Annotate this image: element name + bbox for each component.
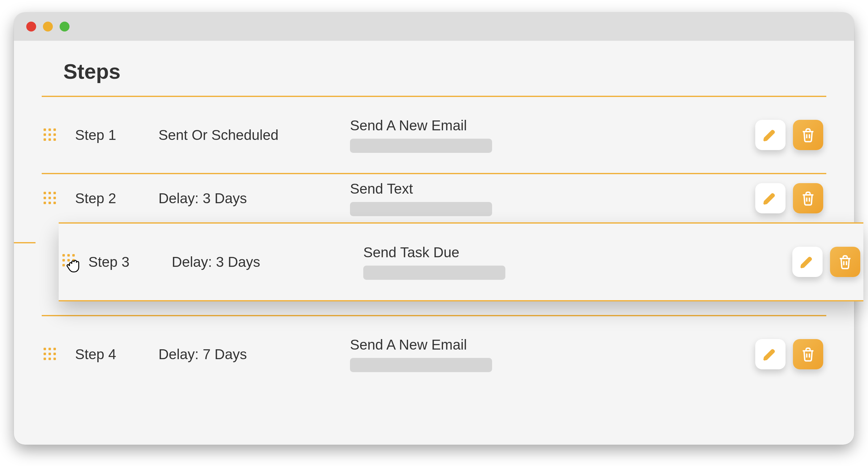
trash-icon [800,127,816,143]
edit-step-button[interactable] [792,247,823,277]
window-zoom-button[interactable] [60,22,69,31]
step-action-placeholder [350,202,492,216]
window-close-button[interactable] [26,22,36,31]
step-actions [792,247,863,277]
step-name-label: Step 2 [75,190,158,207]
window-titlebar [14,12,854,41]
drag-handle-icon[interactable] [43,192,57,205]
step-action-label: Send Task Due [363,244,792,261]
step-delay-label: Sent Or Scheduled [158,127,350,143]
app-window: Steps Step 1 Sent Or Scheduled Send A Ne… [14,12,854,445]
step-row: Step 1 Sent Or Scheduled Send A New Emai… [42,96,826,173]
step-name-label: Step 4 [75,346,158,363]
trash-icon [837,254,853,270]
edit-step-button[interactable] [755,183,785,213]
drag-handle-icon[interactable] [43,348,57,361]
step-name-label: Step 3 [88,253,172,270]
step-action-placeholder [363,266,505,280]
step-actions [755,183,826,213]
delete-step-button[interactable] [793,183,823,213]
grab-cursor-icon [64,256,83,274]
step-action-placeholder [350,139,492,153]
edit-step-button[interactable] [755,120,785,150]
step-action-label: Send A New Email [350,336,755,353]
edit-step-button[interactable] [755,339,785,369]
step-list: Step 1 Sent Or Scheduled Send A New Emai… [42,96,826,392]
step-name-label: Step 1 [75,127,158,143]
step-actions [755,120,826,150]
trash-icon [800,346,816,362]
delete-step-button[interactable] [793,339,823,369]
delete-step-button[interactable] [793,120,823,150]
pencil-icon [762,346,778,362]
step-delay-label: Delay: 7 Days [158,346,350,363]
pencil-icon [762,190,778,206]
trash-icon [800,190,816,206]
drop-slot: Step 3 Delay: 3 Days Send Task Due [42,222,826,269]
window-minimize-button[interactable] [43,22,53,31]
step-row-dragging[interactable]: Step 3 Delay: 3 Days Send Task Due [59,222,863,302]
step-row: Step 2 Delay: 3 Days Send Text [42,173,826,222]
step-action-cell: Send A New Email [350,336,755,372]
pencil-icon [799,254,815,270]
drag-handle-icon[interactable] [43,128,57,142]
step-row: Step 4 Delay: 7 Days Send A New Email [42,315,826,392]
pencil-icon [762,127,778,143]
delete-step-button[interactable] [830,247,860,277]
step-action-cell: Send A New Email [350,117,755,153]
step-action-placeholder [350,358,492,372]
step-action-cell: Send Task Due [363,244,792,280]
page-title: Steps [42,56,826,96]
step-delay-label: Delay: 3 Days [158,190,350,207]
row-divider-stub [14,242,35,243]
content-area: Steps Step 1 Sent Or Scheduled Send A Ne… [14,41,854,411]
step-action-label: Send Text [350,180,755,197]
step-actions [755,339,826,369]
step-action-cell: Send Text [350,180,755,216]
step-action-label: Send A New Email [350,117,755,134]
step-delay-label: Delay: 3 Days [172,253,363,270]
